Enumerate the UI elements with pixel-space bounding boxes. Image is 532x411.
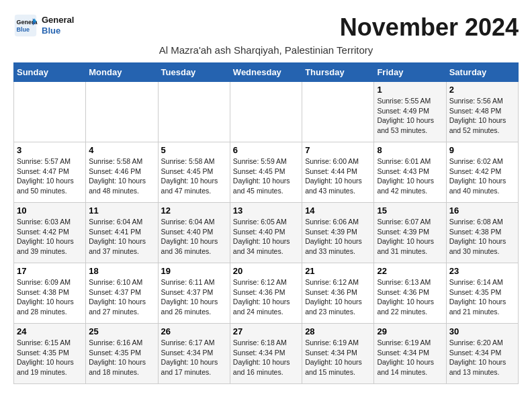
day-number: 1 <box>377 85 443 95</box>
day-info: Sunrise: 6:00 AM Sunset: 4:44 PM Dayligh… <box>305 156 371 196</box>
page-header: General Blue General Blue November 2024 <box>13 13 519 42</box>
day-info: Sunrise: 6:12 AM Sunset: 4:36 PM Dayligh… <box>305 277 371 317</box>
day-info: Sunrise: 6:08 AM Sunset: 4:38 PM Dayligh… <box>449 217 515 257</box>
location-subtitle: Al Mazra'ah ash Sharqiyah, Palestinian T… <box>13 44 519 56</box>
day-number: 8 <box>377 145 443 155</box>
day-number: 13 <box>233 205 299 216</box>
week-row-4: 17Sunrise: 6:09 AM Sunset: 4:38 PM Dayli… <box>14 263 519 324</box>
calendar-cell: 22Sunrise: 6:13 AM Sunset: 4:36 PM Dayli… <box>374 263 446 324</box>
day-info: Sunrise: 6:04 AM Sunset: 4:40 PM Dayligh… <box>161 217 227 257</box>
day-number: 11 <box>89 205 154 216</box>
day-number: 25 <box>89 326 154 336</box>
week-row-3: 10Sunrise: 6:03 AM Sunset: 4:42 PM Dayli… <box>14 203 519 263</box>
calendar-cell: 2Sunrise: 5:56 AM Sunset: 4:48 PM Daylig… <box>446 82 518 142</box>
day-number: 27 <box>233 326 299 336</box>
day-number: 30 <box>449 326 515 336</box>
calendar-cell: 18Sunrise: 6:10 AM Sunset: 4:37 PM Dayli… <box>86 263 158 324</box>
logo-text: General Blue <box>42 15 74 36</box>
svg-text:Blue: Blue <box>17 26 30 33</box>
week-row-5: 24Sunrise: 6:15 AM Sunset: 4:35 PM Dayli… <box>14 324 519 384</box>
day-number: 5 <box>161 145 227 155</box>
calendar-cell <box>230 82 302 142</box>
calendar-cell: 14Sunrise: 6:06 AM Sunset: 4:39 PM Dayli… <box>302 203 374 263</box>
day-info: Sunrise: 6:01 AM Sunset: 4:43 PM Dayligh… <box>377 156 443 196</box>
calendar-cell: 27Sunrise: 6:18 AM Sunset: 4:34 PM Dayli… <box>230 324 302 384</box>
day-info: Sunrise: 6:03 AM Sunset: 4:42 PM Dayligh… <box>17 217 83 257</box>
day-info: Sunrise: 6:19 AM Sunset: 4:34 PM Dayligh… <box>305 338 371 377</box>
calendar-cell: 4Sunrise: 5:58 AM Sunset: 4:46 PM Daylig… <box>86 142 158 203</box>
day-info: Sunrise: 6:17 AM Sunset: 4:34 PM Dayligh… <box>161 338 227 377</box>
calendar-cell: 20Sunrise: 6:12 AM Sunset: 4:36 PM Dayli… <box>230 263 302 324</box>
calendar-table: SundayMondayTuesdayWednesdayThursdayFrid… <box>13 62 519 384</box>
calendar-cell: 9Sunrise: 6:02 AM Sunset: 4:42 PM Daylig… <box>446 142 518 203</box>
calendar-cell <box>14 82 86 142</box>
day-info: Sunrise: 5:59 AM Sunset: 4:45 PM Dayligh… <box>233 156 299 196</box>
day-number: 22 <box>377 266 443 276</box>
day-number: 16 <box>449 205 515 216</box>
calendar-body: 1Sunrise: 5:55 AM Sunset: 4:49 PM Daylig… <box>14 82 519 384</box>
calendar-cell: 29Sunrise: 6:19 AM Sunset: 4:34 PM Dayli… <box>374 324 446 384</box>
day-number: 4 <box>89 145 154 155</box>
calendar-cell: 24Sunrise: 6:15 AM Sunset: 4:35 PM Dayli… <box>14 324 86 384</box>
calendar-cell: 1Sunrise: 5:55 AM Sunset: 4:49 PM Daylig… <box>374 82 446 142</box>
day-info: Sunrise: 6:20 AM Sunset: 4:34 PM Dayligh… <box>449 338 515 377</box>
day-number: 17 <box>17 266 83 276</box>
day-number: 29 <box>377 326 443 336</box>
day-number: 3 <box>17 145 83 155</box>
calendar-cell: 15Sunrise: 6:07 AM Sunset: 4:39 PM Dayli… <box>374 203 446 263</box>
day-info: Sunrise: 6:12 AM Sunset: 4:36 PM Dayligh… <box>233 277 299 317</box>
calendar-cell: 3Sunrise: 5:57 AM Sunset: 4:47 PM Daylig… <box>14 142 86 203</box>
header-friday: Friday <box>374 63 446 82</box>
day-info: Sunrise: 6:13 AM Sunset: 4:36 PM Dayligh… <box>377 277 443 317</box>
calendar-cell: 8Sunrise: 6:01 AM Sunset: 4:43 PM Daylig… <box>374 142 446 203</box>
day-number: 28 <box>305 326 371 336</box>
week-row-1: 1Sunrise: 5:55 AM Sunset: 4:49 PM Daylig… <box>14 82 519 142</box>
day-info: Sunrise: 5:58 AM Sunset: 4:45 PM Dayligh… <box>161 156 227 196</box>
day-number: 2 <box>449 85 515 95</box>
calendar-cell <box>158 82 230 142</box>
day-info: Sunrise: 6:18 AM Sunset: 4:34 PM Dayligh… <box>233 338 299 377</box>
calendar-cell: 12Sunrise: 6:04 AM Sunset: 4:40 PM Dayli… <box>158 203 230 263</box>
day-number: 23 <box>449 266 515 276</box>
day-number: 24 <box>17 326 83 336</box>
day-info: Sunrise: 5:56 AM Sunset: 4:48 PM Dayligh… <box>449 96 515 136</box>
calendar-cell: 23Sunrise: 6:14 AM Sunset: 4:35 PM Dayli… <box>446 263 518 324</box>
logo: General Blue General Blue <box>13 13 74 38</box>
day-number: 6 <box>233 145 299 155</box>
calendar-cell <box>302 82 374 142</box>
day-info: Sunrise: 6:05 AM Sunset: 4:40 PM Dayligh… <box>233 217 299 257</box>
week-row-2: 3Sunrise: 5:57 AM Sunset: 4:47 PM Daylig… <box>14 142 519 203</box>
calendar-cell: 16Sunrise: 6:08 AM Sunset: 4:38 PM Dayli… <box>446 203 518 263</box>
header-wednesday: Wednesday <box>230 63 302 82</box>
calendar-header-row: SundayMondayTuesdayWednesdayThursdayFrid… <box>14 63 519 82</box>
calendar-cell: 17Sunrise: 6:09 AM Sunset: 4:38 PM Dayli… <box>14 263 86 324</box>
header-tuesday: Tuesday <box>158 63 230 82</box>
calendar-cell: 25Sunrise: 6:16 AM Sunset: 4:35 PM Dayli… <box>86 324 158 384</box>
day-number: 18 <box>89 266 154 276</box>
day-info: Sunrise: 6:16 AM Sunset: 4:35 PM Dayligh… <box>89 338 154 377</box>
day-info: Sunrise: 6:07 AM Sunset: 4:39 PM Dayligh… <box>377 217 443 257</box>
calendar-cell: 21Sunrise: 6:12 AM Sunset: 4:36 PM Dayli… <box>302 263 374 324</box>
day-info: Sunrise: 6:02 AM Sunset: 4:42 PM Dayligh… <box>449 156 515 196</box>
calendar-cell: 28Sunrise: 6:19 AM Sunset: 4:34 PM Dayli… <box>302 324 374 384</box>
day-info: Sunrise: 6:04 AM Sunset: 4:41 PM Dayligh… <box>89 217 154 257</box>
day-info: Sunrise: 6:09 AM Sunset: 4:38 PM Dayligh… <box>17 277 83 317</box>
day-info: Sunrise: 5:57 AM Sunset: 4:47 PM Dayligh… <box>17 156 83 196</box>
logo-icon: General Blue <box>13 13 38 38</box>
day-number: 14 <box>305 205 371 216</box>
day-number: 7 <box>305 145 371 155</box>
day-info: Sunrise: 6:06 AM Sunset: 4:39 PM Dayligh… <box>305 217 371 257</box>
header-sunday: Sunday <box>14 63 86 82</box>
calendar-cell: 10Sunrise: 6:03 AM Sunset: 4:42 PM Dayli… <box>14 203 86 263</box>
calendar-cell: 19Sunrise: 6:11 AM Sunset: 4:37 PM Dayli… <box>158 263 230 324</box>
header-monday: Monday <box>86 63 158 82</box>
month-title: November 2024 <box>340 13 519 42</box>
day-number: 9 <box>449 145 515 155</box>
header-thursday: Thursday <box>302 63 374 82</box>
day-number: 10 <box>17 205 83 216</box>
day-info: Sunrise: 6:19 AM Sunset: 4:34 PM Dayligh… <box>377 338 443 377</box>
calendar-cell: 6Sunrise: 5:59 AM Sunset: 4:45 PM Daylig… <box>230 142 302 203</box>
day-number: 26 <box>161 326 227 336</box>
day-info: Sunrise: 6:14 AM Sunset: 4:35 PM Dayligh… <box>449 277 515 317</box>
day-info: Sunrise: 5:55 AM Sunset: 4:49 PM Dayligh… <box>377 96 443 136</box>
